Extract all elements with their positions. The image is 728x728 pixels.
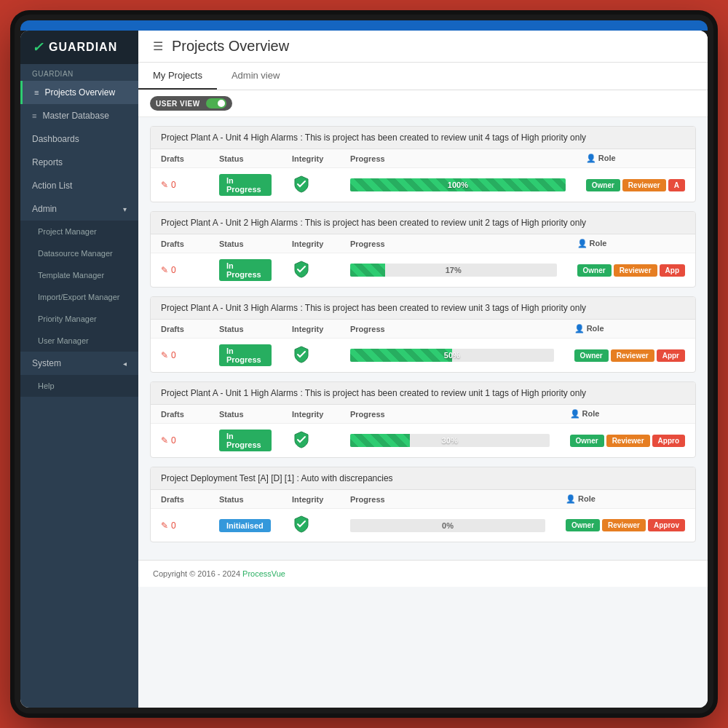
role-person-icon: 👤 xyxy=(586,154,598,162)
logo-icon: ✓ xyxy=(32,39,43,55)
integrity-icon-4 xyxy=(292,430,311,449)
progress-container-3: 50% xyxy=(350,349,554,362)
tab-my-projects[interactable]: My Projects xyxy=(138,63,217,90)
role-reviewer-badge-2: Reviewer xyxy=(614,264,657,277)
sidebar-section-label: GUARDIAN xyxy=(20,64,138,81)
col-header-progress: Progress xyxy=(340,149,576,168)
col-header-integrity-5: Integrity xyxy=(282,490,340,509)
status-badge-5: Initialised xyxy=(219,519,271,532)
page-title: Projects Overview xyxy=(172,38,289,55)
drafts-cell-5: ✎ 0 xyxy=(151,509,209,542)
progress-label-2: 17% xyxy=(446,266,462,274)
integrity-icon-5 xyxy=(292,515,311,534)
drafts-value-4: ✎ 0 xyxy=(161,435,199,446)
toggle-label: USER VIEW xyxy=(156,100,200,108)
sidebar-item-admin[interactable]: Admin ▾ xyxy=(20,197,138,221)
sidebar-item-priority-manager[interactable]: Priority Manager xyxy=(20,308,138,330)
sidebar-item-system[interactable]: System ◂ xyxy=(20,352,138,375)
col-header-integrity-4: Integrity xyxy=(282,405,340,424)
role-reviewer-badge-5: Reviewer xyxy=(602,519,646,531)
role-cell-2: Owner Reviewer App xyxy=(567,253,696,288)
status-cell-1: In Progress xyxy=(209,168,282,202)
col-header-role-4: 👤 Role xyxy=(560,405,696,424)
progress-cell-5: 0% xyxy=(340,509,555,542)
table-row: ✎ 0 In Progress xyxy=(151,424,695,458)
project-table-2: Drafts Status Integrity Progress 👤 Role xyxy=(151,234,695,287)
col-header-progress-3: Progress xyxy=(340,320,564,339)
sidebar-item-projects-overview[interactable]: ≡ Projects Overview xyxy=(20,81,138,104)
footer-copyright: Copyright © 2016 - 2024 xyxy=(153,569,242,578)
progress-bar-wrapper-1: 100% xyxy=(350,178,566,191)
progress-bar-wrapper-4: 30% xyxy=(350,434,550,447)
edit-icon-5: ✎ xyxy=(161,521,168,531)
toggle-switch[interactable] xyxy=(206,98,226,108)
tab-admin-view[interactable]: Admin view xyxy=(217,63,294,90)
integrity-icon-1 xyxy=(292,175,311,194)
sidebar-item-label: Projects Overview xyxy=(44,87,115,98)
col-header-drafts-2: Drafts xyxy=(151,234,209,253)
progress-label-5: 0% xyxy=(442,521,454,530)
sidebar-item-action-list[interactable]: Action List xyxy=(20,174,138,197)
status-cell-3: In Progress xyxy=(209,339,282,373)
role-person-icon-3: 👤 xyxy=(574,324,587,333)
sidebar-item-project-manager[interactable]: Project Manager xyxy=(20,221,138,242)
progress-bar-wrapper-2: 17% xyxy=(350,264,557,277)
sidebar-item-label: Admin xyxy=(32,204,57,214)
status-badge-4: In Progress xyxy=(219,430,272,451)
sidebar-item-import-export-manager[interactable]: Import/Export Manager xyxy=(20,286,138,308)
roles-container-4: Owner Reviewer Appro xyxy=(570,435,686,447)
status-badge-3: In Progress xyxy=(219,344,272,366)
integrity-cell-4 xyxy=(282,424,340,458)
tablet-screen: ✓ GUARDIAN GUARDIAN ≡ Projects Overview … xyxy=(20,31,708,708)
header-bar: ☰ Projects Overview xyxy=(138,31,708,63)
progress-container-1: 100% xyxy=(350,178,566,191)
sidebar-item-datasource-manager[interactable]: Datasource Manager xyxy=(20,242,138,264)
projects-overview-icon: ≡ xyxy=(34,88,39,97)
sidebar-item-label: System xyxy=(32,358,61,368)
status-badge-1: In Progress xyxy=(219,174,272,196)
edit-icon: ✎ xyxy=(161,180,168,190)
sidebar-item-dashboards[interactable]: Dashboards xyxy=(20,127,138,151)
col-header-status-5: Status xyxy=(209,490,282,509)
progress-label-1: 100% xyxy=(448,181,468,189)
col-header-progress-5: Progress xyxy=(340,490,555,509)
sidebar-item-label: User Manager xyxy=(38,336,89,345)
progress-cell-2: 17% xyxy=(340,253,567,288)
edit-icon-3: ✎ xyxy=(161,350,168,360)
hamburger-icon[interactable]: ☰ xyxy=(153,39,163,53)
role-reviewer-badge-4: Reviewer xyxy=(606,435,650,447)
col-header-integrity: Integrity xyxy=(282,149,340,168)
role-person-icon-5: 👤 xyxy=(566,494,578,503)
status-cell-2: In Progress xyxy=(209,253,282,288)
projects-list: Project Plant A - Unit 4 High Alarms : T… xyxy=(138,117,708,560)
drafts-value-2: ✎ 0 xyxy=(161,265,199,275)
progress-cell-3: 50% xyxy=(340,339,564,373)
progress-bar-wrapper-5: 0% xyxy=(350,519,545,532)
tablet-frame: ✓ GUARDIAN GUARDIAN ≡ Projects Overview … xyxy=(15,15,713,713)
col-header-drafts-5: Drafts xyxy=(151,490,209,509)
sidebar-item-help[interactable]: Help xyxy=(20,375,138,397)
col-header-role: 👤 Role xyxy=(576,149,695,168)
logo-text: GUARDIAN xyxy=(49,41,117,54)
table-row: ✎ 0 In Progress xyxy=(151,168,695,202)
sidebar-item-user-manager[interactable]: User Manager xyxy=(20,330,138,352)
footer-brand: ProcessVue xyxy=(242,569,285,578)
col-header-role-3: 👤 Role xyxy=(564,320,695,339)
roles-container-1: Owner Reviewer A xyxy=(586,179,685,191)
role-owner-badge-4: Owner xyxy=(570,435,604,447)
sidebar-item-reports[interactable]: Reports xyxy=(20,151,138,174)
progress-container-2: 17% xyxy=(350,264,557,277)
role-reviewer-badge-1: Reviewer xyxy=(622,179,666,191)
role-approver-badge-5: Approv xyxy=(648,519,685,531)
progress-label-3: 50% xyxy=(444,351,460,360)
sidebar-item-template-manager[interactable]: Template Manager xyxy=(20,264,138,286)
drafts-cell-2: ✎ 0 xyxy=(151,253,209,288)
role-reviewer-badge-3: Reviewer xyxy=(611,349,654,362)
col-header-status: Status xyxy=(209,149,282,168)
sidebar-item-master-database[interactable]: ≡ Master Database xyxy=(20,104,138,127)
project-table-5: Drafts Status Integrity Progress 👤 Role xyxy=(151,490,695,542)
progress-bar-fill-4 xyxy=(350,434,410,447)
project-table-4: Drafts Status Integrity Progress 👤 Role xyxy=(151,405,695,457)
user-view-toggle[interactable]: USER VIEW xyxy=(150,96,232,111)
role-approver-badge-4: Appro xyxy=(652,435,685,447)
